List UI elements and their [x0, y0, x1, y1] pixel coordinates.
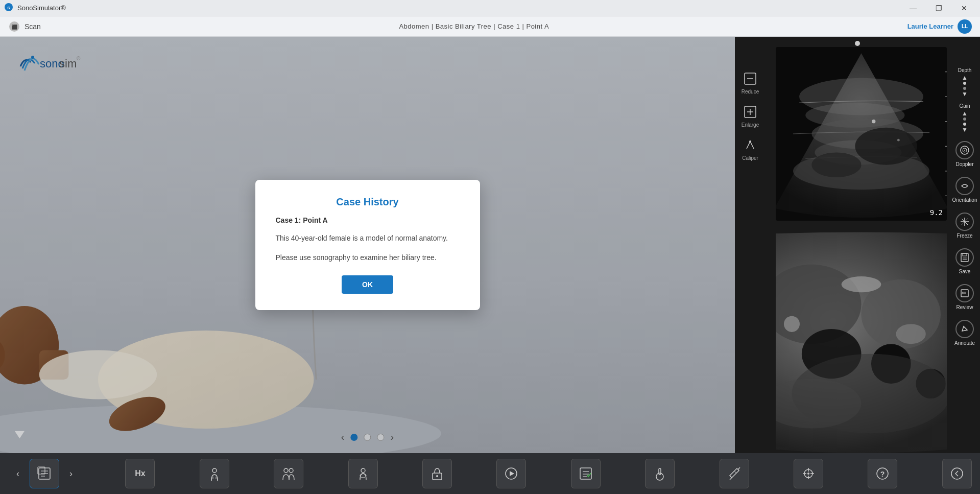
titlebar-controls: — ❐ ✕	[901, 0, 976, 16]
app-icon: S	[4, 3, 13, 13]
depth-dot-2	[963, 87, 966, 90]
dialog-title: Case History	[276, 196, 460, 208]
organ-button[interactable]	[348, 459, 378, 488]
svg-point-21	[749, 140, 751, 143]
anatomy-button[interactable]	[200, 459, 229, 488]
dialog-ok-button[interactable]: OK	[342, 275, 393, 294]
svg-point-94	[807, 473, 809, 475]
dialog-body1: This 40-year-old female is a model of no…	[276, 232, 460, 244]
gain-label: Gain	[959, 103, 970, 109]
caliper-tool[interactable]: Caliper	[739, 134, 761, 163]
menubar-left: ⬛ Scan	[8, 20, 41, 33]
svg-point-74	[361, 468, 365, 473]
notes-prev-button[interactable]: ‹	[8, 459, 28, 488]
reduce-tool[interactable]: Reduce	[739, 67, 761, 97]
svg-rect-85	[659, 468, 661, 475]
user-info: Laurie Learner LL	[907, 19, 972, 34]
annotate-button[interactable]	[955, 320, 974, 338]
case-history-dialog: Case History Case 1: Point A This 40-yea…	[255, 180, 480, 311]
freeze-button[interactable]	[955, 213, 974, 231]
gain-dot-1	[963, 117, 966, 121]
play-button[interactable]	[496, 459, 526, 488]
toolbar: ‹ › Hx ?	[0, 453, 980, 494]
scan-label[interactable]: Scan	[25, 22, 41, 31]
svg-point-77	[436, 475, 438, 477]
doppler-label: Doppler	[955, 161, 973, 168]
svg-rect-80	[580, 468, 591, 479]
svg-marker-79	[510, 471, 514, 476]
crosshair-button[interactable]	[794, 459, 823, 488]
svg-point-73	[289, 468, 293, 473]
svg-rect-56	[961, 253, 968, 262]
group-button[interactable]	[274, 459, 303, 488]
gain-up-button[interactable]: ▲	[962, 110, 968, 116]
review-label: Review	[957, 304, 973, 311]
svg-text:⬛: ⬛	[12, 24, 18, 30]
close-button[interactable]: ✕	[952, 0, 976, 16]
svg-point-51	[964, 150, 965, 151]
us-scan-image: 9.2	[776, 47, 947, 221]
enlarge-tool[interactable]: Enlarge	[739, 101, 761, 130]
probe-button[interactable]	[645, 459, 675, 488]
orientation-control[interactable]: Orientation	[952, 175, 977, 204]
review-button[interactable]	[955, 284, 974, 302]
svg-text:S: S	[7, 6, 10, 10]
dialog-body2: Please use sonography to examine her bil…	[276, 252, 460, 263]
help-button[interactable]: ?	[868, 459, 897, 488]
checklist-button[interactable]	[571, 459, 601, 488]
svg-text:?: ?	[880, 470, 885, 478]
us-controls-right: Depth ▲ ▼ Gain ▲ ▼ Doppler	[949, 37, 980, 453]
inject-button[interactable]	[720, 459, 749, 488]
us-images: 9.2	[776, 37, 947, 453]
svg-point-31	[897, 139, 900, 142]
toolbar-notes-group: ‹ ›	[8, 459, 81, 488]
doppler-control[interactable]: Doppler	[955, 139, 974, 169]
orientation-button[interactable]	[955, 177, 974, 195]
annotate-control[interactable]: Annotate	[954, 318, 975, 347]
svg-line-63	[964, 326, 967, 330]
save-label: Save	[959, 269, 971, 275]
depth-label: Depth	[958, 67, 972, 74]
ultrasound-panel: Reduce Enlarge Caliper	[735, 37, 980, 453]
back-button[interactable]	[942, 459, 972, 488]
annotate-label: Annotate	[954, 340, 975, 346]
freeze-label: Freeze	[957, 233, 972, 239]
save-button[interactable]	[955, 248, 974, 267]
svg-point-29	[811, 152, 861, 177]
enlarge-icon	[741, 103, 759, 121]
user-name: Laurie Learner	[907, 22, 953, 30]
doppler-button[interactable]	[955, 141, 974, 159]
notes-button[interactable]	[30, 459, 59, 488]
app-title: SonoSimulator®	[17, 4, 66, 12]
us-tools-left: Reduce Enlarge Caliper	[739, 67, 761, 163]
us-depth-value: 9.2	[930, 208, 943, 217]
save-control[interactable]: Save	[955, 246, 974, 276]
lock-button[interactable]	[422, 459, 452, 488]
svg-point-97	[951, 468, 963, 479]
freeze-control[interactable]: Freeze	[955, 210, 974, 240]
gain-down-button[interactable]: ▼	[962, 127, 968, 133]
reduce-icon	[741, 69, 759, 88]
svg-point-72	[284, 468, 288, 473]
svg-point-45	[784, 316, 800, 332]
depth-down-button[interactable]: ▼	[962, 91, 968, 97]
scan-icon: ⬛	[8, 20, 20, 33]
titlebar: S SonoSimulator® — ❐ ✕	[0, 0, 980, 16]
titlebar-left: S SonoSimulator®	[4, 3, 66, 13]
review-control[interactable]: Review	[955, 282, 974, 312]
depth-up-button[interactable]: ▲	[962, 75, 968, 81]
enlarge-label: Enlarge	[742, 122, 759, 128]
dialog-subtitle: Case 1: Point A	[276, 216, 460, 224]
us-indicator-dot	[855, 41, 860, 46]
reduce-label: Reduce	[742, 89, 759, 95]
history-button[interactable]: Hx	[125, 459, 155, 488]
breadcrumb: Abdomen | Basic Biliary Tree | Case 1 | …	[399, 22, 549, 30]
minimize-button[interactable]: —	[901, 0, 925, 16]
avatar: LL	[958, 19, 972, 34]
menubar: ⬛ Scan Abdomen | Basic Biliary Tree | Ca…	[0, 16, 980, 37]
dialog-overlay: Case History Case 1: Point A This 40-yea…	[0, 37, 735, 453]
svg-line-86	[730, 478, 732, 480]
notes-next-button[interactable]: ›	[61, 459, 81, 488]
maximize-button[interactable]: ❐	[927, 0, 950, 16]
svg-point-46	[896, 324, 926, 344]
